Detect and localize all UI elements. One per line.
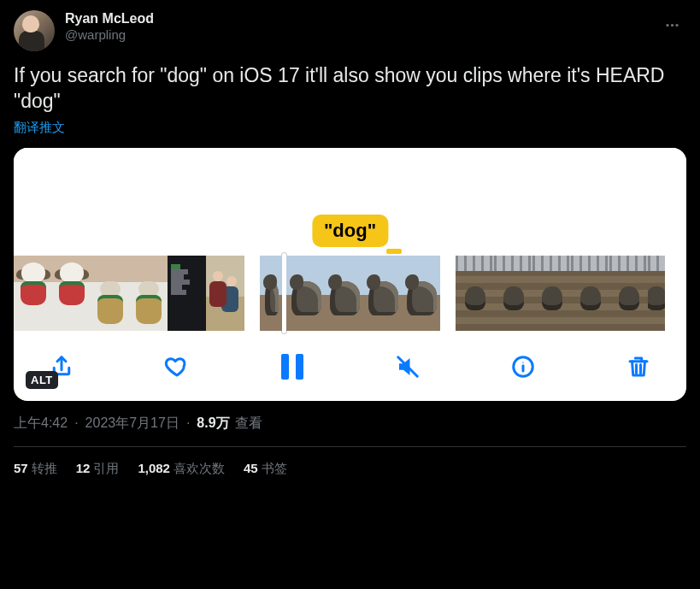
- video-timeline[interactable]: [14, 256, 686, 331]
- timeline-frame: [129, 256, 168, 331]
- stats-row: 57转推 12引用 1,082喜欢次数 45书签: [14, 447, 686, 477]
- views-label: 查看: [235, 415, 262, 433]
- timeline-frame: [456, 256, 494, 331]
- quotes-label: 引用: [93, 461, 119, 475]
- clip-group-3[interactable]: [456, 256, 665, 331]
- author-names[interactable]: Ryan McLeod @warpling: [65, 10, 154, 44]
- views-count[interactable]: 8.9万: [197, 415, 229, 433]
- display-name: Ryan McLeod: [65, 10, 154, 27]
- timeline-frame: [91, 256, 129, 331]
- timeline-frame: [571, 256, 609, 331]
- favorite-button[interactable]: [158, 348, 196, 386]
- heart-icon: [164, 354, 190, 380]
- more-icon: [664, 17, 680, 33]
- stat-likes[interactable]: 1,082喜欢次数: [138, 461, 225, 477]
- caption-bubble: "dog": [312, 215, 388, 247]
- tweet-time[interactable]: 上午4:42: [14, 415, 68, 433]
- delete-button[interactable]: [620, 348, 657, 386]
- info-button[interactable]: [504, 348, 542, 386]
- stat-quotes[interactable]: 12引用: [76, 461, 120, 477]
- timeline-frame: [648, 256, 665, 331]
- alt-badge[interactable]: ALT: [26, 371, 58, 389]
- timeline-frame: [14, 256, 52, 331]
- separator: [183, 415, 193, 431]
- svg-point-6: [522, 362, 524, 363]
- tweet-meta: 上午4:42 2023年7月17日 8.9万 查看: [14, 415, 686, 433]
- svg-point-1: [670, 23, 673, 26]
- media-toolbar: [14, 331, 686, 389]
- info-icon: [510, 354, 536, 380]
- tweet-container: Ryan McLeod @warpling If you search for …: [0, 0, 700, 487]
- bookmarks-label: 书签: [262, 461, 287, 475]
- timeline-frame: [532, 256, 571, 331]
- tweet-date[interactable]: 2023年7月17日: [85, 415, 179, 433]
- tweet-text: If you search for "dog" on iOS 17 it'll …: [14, 63, 686, 115]
- likes-count: 1,082: [138, 461, 170, 475]
- timeline-marker: [386, 249, 402, 254]
- retweets-label: 转推: [32, 461, 57, 475]
- quotes-count: 12: [76, 461, 91, 475]
- media-whitespace: [14, 148, 686, 225]
- retweets-count: 57: [14, 461, 28, 475]
- timeline-frame: [260, 256, 282, 331]
- timeline-frame: [494, 256, 532, 331]
- timeline-frame: [206, 256, 244, 331]
- pause-button[interactable]: [274, 348, 311, 386]
- bookmarks-count: 45: [244, 461, 258, 475]
- timeline-frame: [609, 256, 648, 331]
- media-card[interactable]: "dog": [14, 148, 686, 401]
- pause-icon: [281, 354, 303, 380]
- clip-group-1[interactable]: [14, 256, 244, 331]
- svg-point-2: [675, 23, 678, 26]
- tweet-header: Ryan McLeod @warpling: [14, 10, 686, 51]
- more-options-button[interactable]: [657, 10, 686, 39]
- timeline-frame: [168, 256, 206, 331]
- handle: @warpling: [65, 27, 154, 44]
- svg-point-0: [666, 23, 668, 26]
- timeline-frame: [286, 256, 325, 331]
- timeline-frame: [52, 256, 91, 331]
- speaker-muted-icon: [395, 354, 421, 380]
- timeline-frame: [402, 256, 440, 331]
- avatar[interactable]: [14, 10, 55, 51]
- trash-icon: [626, 354, 651, 380]
- stat-retweets[interactable]: 57转推: [14, 461, 57, 477]
- likes-label: 喜欢次数: [174, 461, 225, 475]
- translate-link[interactable]: 翻译推文: [14, 120, 686, 136]
- separator: [71, 415, 81, 431]
- timeline-frame: [363, 256, 402, 331]
- mute-button[interactable]: [389, 348, 426, 386]
- clip-group-2[interactable]: [260, 256, 440, 331]
- timeline-frame: [325, 256, 363, 331]
- stat-bookmarks[interactable]: 45书签: [244, 461, 287, 477]
